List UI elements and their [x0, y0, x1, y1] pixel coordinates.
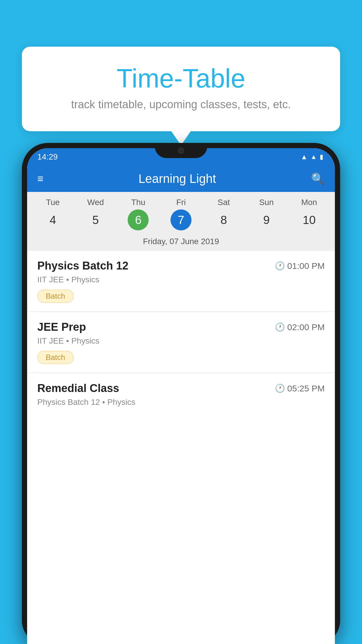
app-bar: ≡ Learning Light 🔍: [27, 166, 335, 192]
phone-screen: 14:29 ▲ ▲ ▮ ≡ Learning Light 🔍 Tue4Wed5T…: [27, 148, 335, 644]
batch-tag-0: Batch: [37, 290, 74, 303]
class-name-2: Remedial Class: [37, 382, 119, 395]
class-card-0[interactable]: Physics Batch 12🕐01:00 PMIIT JEE • Physi…: [27, 251, 335, 311]
class-card-2[interactable]: Remedial Class🕐05:25 PMPhysics Batch 12 …: [27, 373, 335, 420]
day-col-thu[interactable]: Thu6: [124, 198, 153, 230]
bubble-title: Time-Table: [45, 64, 317, 93]
day-label-sat: Sat: [218, 198, 230, 207]
status-icons: ▲ ▲ ▮: [301, 153, 323, 161]
class-time-1: 🕐02:00 PM: [275, 322, 325, 332]
day-col-tue[interactable]: Tue4: [38, 198, 67, 230]
day-label-fri: Fri: [176, 198, 186, 207]
class-name-0: Physics Batch 12: [37, 260, 129, 272]
day-col-fri[interactable]: Fri7: [166, 198, 196, 230]
class-meta-1: IIT JEE • Physics: [37, 336, 325, 346]
card-header-1: JEE Prep🕐02:00 PM: [37, 321, 325, 333]
classes-list: Physics Batch 12🕐01:00 PMIIT JEE • Physi…: [27, 251, 335, 420]
wifi-icon: ▲: [301, 153, 307, 161]
day-col-sat[interactable]: Sat8: [209, 198, 238, 230]
class-time-0: 🕐01:00 PM: [275, 261, 325, 271]
camera-dot: [178, 147, 184, 154]
clock-icon-2: 🕐: [275, 384, 285, 393]
day-col-wed[interactable]: Wed5: [81, 198, 110, 230]
selected-date-label: Friday, 07 June 2019: [27, 233, 335, 251]
day-number-9[interactable]: 9: [256, 209, 277, 230]
time-text-1: 02:00 PM: [287, 322, 325, 332]
class-time-2: 🕐05:25 PM: [275, 384, 325, 393]
day-number-6[interactable]: 6: [128, 209, 149, 230]
day-label-tue: Tue: [46, 198, 60, 207]
batch-tag-1: Batch: [37, 351, 74, 364]
speech-bubble-wrapper: Time-Table track timetable, upcoming cla…: [22, 47, 340, 131]
clock-icon-0: 🕐: [275, 261, 285, 271]
app-title: Learning Light: [52, 172, 303, 186]
day-number-10[interactable]: 10: [299, 209, 320, 230]
clock-icon-1: 🕐: [275, 322, 285, 332]
day-number-8[interactable]: 8: [213, 209, 234, 230]
class-meta-2: Physics Batch 12 • Physics: [37, 398, 325, 407]
day-col-sun[interactable]: Sun9: [252, 198, 281, 230]
signal-icon: ▲: [310, 153, 317, 161]
time-text-2: 05:25 PM: [287, 384, 325, 393]
phone-outer: 14:29 ▲ ▲ ▮ ≡ Learning Light 🔍 Tue4Wed5T…: [22, 143, 340, 644]
day-label-thu: Thu: [131, 198, 145, 207]
phone-frame: 14:29 ▲ ▲ ▮ ≡ Learning Light 🔍 Tue4Wed5T…: [22, 143, 340, 644]
phone-notch: [155, 143, 207, 158]
calendar-strip: Tue4Wed5Thu6Fri7Sat8Sun9Mon10 Friday, 07…: [27, 192, 335, 251]
status-time: 14:29: [37, 152, 58, 162]
day-number-4[interactable]: 4: [42, 209, 63, 230]
day-label-sun: Sun: [259, 198, 274, 207]
bubble-subtitle: track timetable, upcoming classes, tests…: [45, 98, 317, 111]
day-label-mon: Mon: [301, 198, 317, 207]
day-number-7[interactable]: 7: [171, 209, 191, 230]
time-text-0: 01:00 PM: [287, 261, 325, 271]
class-meta-0: IIT JEE • Physics: [37, 275, 325, 284]
day-col-mon[interactable]: Mon10: [295, 198, 324, 230]
day-number-5[interactable]: 5: [85, 209, 106, 230]
battery-icon: ▮: [320, 153, 323, 161]
class-card-1[interactable]: JEE Prep🕐02:00 PMIIT JEE • PhysicsBatch: [27, 312, 335, 372]
days-row: Tue4Wed5Thu6Fri7Sat8Sun9Mon10: [27, 198, 335, 230]
hamburger-icon[interactable]: ≡: [37, 173, 43, 185]
class-name-1: JEE Prep: [37, 321, 86, 333]
card-header-2: Remedial Class🕐05:25 PM: [37, 382, 325, 395]
day-label-wed: Wed: [87, 198, 104, 207]
speech-bubble: Time-Table track timetable, upcoming cla…: [22, 47, 340, 131]
card-header-0: Physics Batch 12🕐01:00 PM: [37, 260, 325, 272]
search-icon[interactable]: 🔍: [311, 172, 325, 185]
